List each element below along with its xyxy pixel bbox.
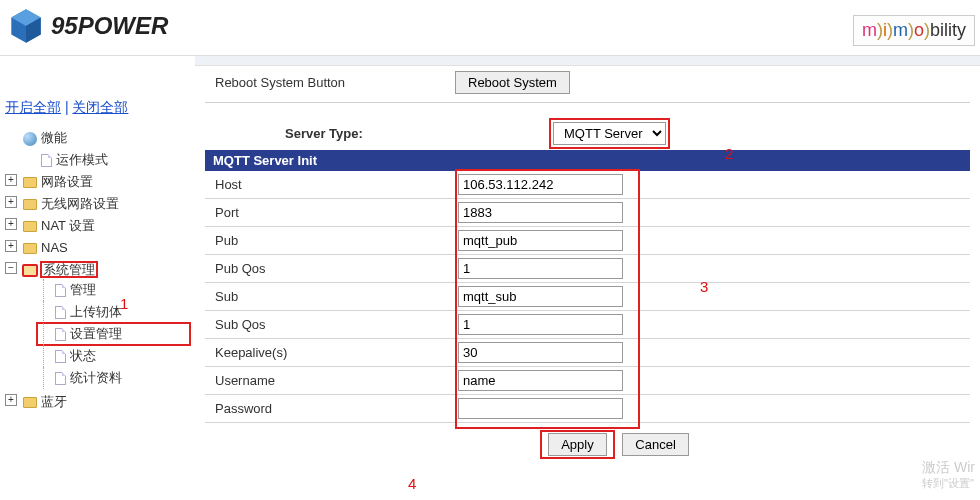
row-username: Username [205,367,970,395]
page-icon [55,350,66,363]
tree-nas[interactable]: +NAS [5,237,190,259]
expand-icon[interactable]: + [5,394,17,406]
sidebar: 开启全部 | 关闭全部 微能 运作模式 +网路设置 +无线网路设置 +NAT 设… [0,62,195,415]
tree-nat[interactable]: +NAT 设置 [5,215,190,237]
logo: 95POWER [5,5,168,47]
reboot-row: Reboot System Button Reboot System [205,71,970,103]
tree-sys-status[interactable]: 状态 [37,345,190,367]
header: 95POWER m)i)m)o)bility [0,0,980,56]
server-type-select-highlight: MQTT Server [550,119,669,148]
collapse-icon[interactable]: − [5,262,17,274]
form-actions: Apply Cancel [205,431,970,458]
row-sub-qos: Sub Qos [205,311,970,339]
keepalive-input[interactable] [458,342,623,363]
section-title: MQTT Server Init [205,150,970,171]
expand-icon[interactable]: + [5,196,17,208]
row-keepalive: Keepalive(s) [205,339,970,367]
page-icon [41,154,52,167]
tree-bt[interactable]: +蓝牙 [5,391,190,413]
reboot-button[interactable]: Reboot System [455,71,570,94]
page-icon [55,328,66,341]
pub-input[interactable] [458,230,623,251]
sub-qos-input[interactable] [458,314,623,335]
row-password: Password [205,395,970,423]
reboot-label: Reboot System Button [205,75,455,90]
cancel-button[interactable]: Cancel [622,433,688,456]
expand-icon[interactable]: + [5,174,17,186]
tree-wlan[interactable]: +无线网路设置 [5,193,190,215]
close-all-link[interactable]: 关闭全部 [72,99,128,115]
tree-sys-stats[interactable]: 统计资料 [37,367,190,389]
tree-root[interactable]: 微能 [5,127,190,149]
page-icon [55,306,66,319]
watermark: 激活 Wir 转到"设置" [922,458,975,490]
logo-text: 95POWER [51,12,168,40]
username-input[interactable] [458,370,623,391]
folder-icon [23,397,37,408]
folder-icon [23,221,37,232]
tree-sys-mgmt[interactable]: 管理 [37,279,190,301]
apply-button[interactable]: Apply [548,433,607,456]
host-input[interactable] [458,174,623,195]
nav-tree: 微能 运作模式 +网路设置 +无线网路设置 +NAT 设置 +NAS −系统管理… [5,127,190,413]
open-all-link[interactable]: 开启全部 [5,99,61,115]
sub-input[interactable] [458,286,623,307]
pub-qos-input[interactable] [458,258,623,279]
row-pub-qos: Pub Qos [205,255,970,283]
tree-sys-settings-mgmt[interactable]: 设置管理 [37,323,190,345]
server-type-row: Server Type: MQTT Server [205,119,970,148]
tree-sys[interactable]: −系统管理 管理 上传轫体 设置管理 状态 统计资料 [5,259,190,391]
expand-icon[interactable]: + [5,240,17,252]
page-icon [55,372,66,385]
server-type-label: Server Type: [205,126,550,141]
brand-right: m)i)m)o)bility [853,15,975,46]
port-input[interactable] [458,202,623,223]
folder-icon [23,243,37,254]
main-panel: Reboot System Button Reboot System Serve… [195,66,980,500]
page-icon [55,284,66,297]
folder-icon [23,199,37,210]
expand-icon[interactable]: + [5,218,17,230]
tree-net[interactable]: +网路设置 [5,171,190,193]
server-type-select[interactable]: MQTT Server [553,122,666,145]
mqtt-form: Host Port Pub Pub Qos Sub Sub Qos Keepal… [205,171,970,423]
row-pub: Pub [205,227,970,255]
password-input[interactable] [458,398,623,419]
content-top-bar [195,56,980,66]
toggle-links: 开启全部 | 关闭全部 [5,64,190,127]
folder-open-icon [23,265,37,276]
row-sub: Sub [205,283,970,311]
row-host: Host [205,171,970,199]
row-port: Port [205,199,970,227]
globe-icon [23,132,37,146]
folder-icon [23,177,37,188]
logo-mark-icon [5,5,47,47]
tree-sys-upload-fw[interactable]: 上传轫体 [37,301,190,323]
tree-op-mode[interactable]: 运作模式 [5,149,190,171]
